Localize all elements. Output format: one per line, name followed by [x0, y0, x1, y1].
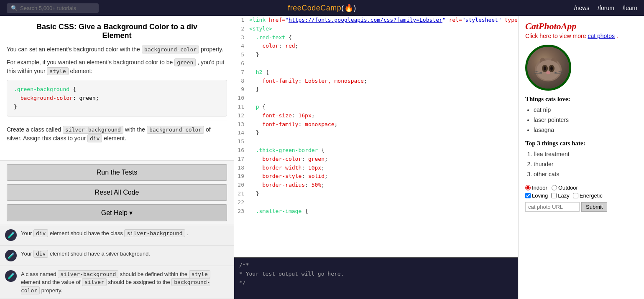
code-line: 8 font-family: Lobster, monospace; [234, 77, 518, 86]
loving-checkbox-label[interactable]: Loving [525, 193, 548, 199]
left-panel: Basic CSS: Give a Background Color to a … [0, 16, 234, 299]
editor-output: /** * Your test output will go here. */ [234, 257, 518, 299]
buttons-area: Run the Tests Reset All Code Get Help ▾ [0, 160, 234, 225]
energetic-checkbox[interactable] [573, 193, 578, 198]
code-line: 13 font-family: monospace; [234, 120, 518, 129]
search-box[interactable]: 🔍 [7, 3, 99, 13]
lesson-title: Basic CSS: Give a Background Color to a … [7, 23, 227, 40]
cat-photos-link[interactable]: cat photos [588, 33, 615, 39]
code-background-color-2: background-color [147, 126, 204, 134]
test-text-1: Your div element should have the class s… [21, 229, 188, 238]
nav-links: /news /forum /learn [574, 5, 637, 11]
test-item: 🧪 A class named silver-background should… [0, 266, 234, 299]
outdoor-radio[interactable] [552, 185, 557, 190]
test-icon-3: 🧪 [5, 270, 17, 282]
checkbox-group: Loving Lazy Energetic [525, 193, 637, 199]
code-line: 9 } [234, 85, 518, 94]
example-code-block: .green-background { background-color: gr… [7, 80, 227, 117]
divider [7, 121, 227, 121]
svg-point-7 [550, 66, 553, 71]
code-line: 2 <style> [234, 25, 518, 33]
code-line: 18 border-width: 10px; [234, 164, 518, 172]
reset-code-button[interactable]: Reset All Code [7, 184, 227, 201]
nav-news[interactable]: /news [574, 5, 590, 11]
list-item: cat nip [534, 105, 637, 115]
code-line: 7 h2 { [234, 68, 518, 77]
code-editor[interactable]: 1 <link href="https://fonts.googleapis.c… [234, 16, 519, 299]
svg-point-6 [544, 66, 546, 71]
code-silver-background: silver-background [63, 126, 123, 134]
intro-para-1: You can set an element's background colo… [7, 45, 227, 54]
code-line: 15 [234, 137, 518, 146]
code-green: green [174, 58, 196, 66]
list-item: laser pointers [534, 115, 637, 125]
code-line: 5 } [234, 51, 518, 59]
code-line: 19 border-style: solid; [234, 172, 518, 181]
indoor-radio-label[interactable]: Indoor [525, 185, 547, 191]
photo-form: Submit [525, 202, 637, 212]
indoor-radio[interactable] [525, 185, 531, 190]
code-lines: 1 <link href="https://fonts.googleapis.c… [234, 16, 518, 215]
svg-point-3 [537, 60, 560, 80]
code-line: 14 } [234, 129, 518, 137]
code-div: div [87, 134, 102, 142]
test-text-2: Your div element should have a silver ba… [21, 250, 150, 258]
code-line: 10 [234, 94, 518, 103]
submit-button[interactable]: Submit [581, 202, 607, 212]
search-icon: 🔍 [11, 5, 18, 11]
search-input[interactable] [20, 5, 91, 11]
get-help-button[interactable]: Get Help ▾ [7, 204, 227, 221]
list-item: thunder [534, 160, 637, 170]
nav-forum[interactable]: /forum [598, 5, 614, 11]
list-item: other cats [534, 170, 637, 180]
cats-love-list: cat nip laser pointers lasagna [534, 105, 637, 135]
code-line: 6 [234, 59, 518, 68]
main-layout: Basic CSS: Give a Background Color to a … [0, 16, 644, 299]
cats-love-header: Things cats love: [525, 96, 637, 103]
code-line: 4 color: red; [234, 42, 518, 51]
cat-image [525, 45, 571, 91]
cat-image-placeholder [527, 47, 569, 89]
energetic-checkbox-label[interactable]: Energetic [573, 193, 603, 199]
svg-point-8 [546, 71, 550, 74]
code-line: 21 } [234, 190, 518, 198]
list-item: flea treatment [534, 150, 637, 160]
loving-checkbox[interactable] [525, 193, 531, 198]
run-tests-button[interactable]: Run the Tests [7, 164, 227, 181]
lazy-checkbox-label[interactable]: Lazy [551, 193, 569, 199]
test-results: 🧪 Your div element should have the class… [0, 225, 234, 299]
intro-para-2: For example, if you wanted an element's … [7, 58, 227, 76]
outdoor-radio-label[interactable]: Outdoor [552, 185, 578, 191]
test-icon-1: 🧪 [5, 229, 17, 241]
instruction-area: Basic CSS: Give a Background Color to a … [0, 16, 234, 160]
code-line: 12 font-size: 16px; [234, 111, 518, 120]
cat-photo-url-input[interactable] [525, 202, 580, 212]
code-style: style [47, 67, 68, 75]
test-item: 🧪 Your div element should have the class… [0, 225, 234, 246]
test-icon-2: 🧪 [5, 250, 17, 261]
editor-top[interactable]: 1 <link href="https://fonts.googleapis.c… [234, 16, 518, 257]
radio-group: Indoor Outdoor [525, 185, 637, 191]
code-line: 22 [234, 198, 518, 207]
cats-hate-header: Top 3 things cats hate: [525, 140, 637, 147]
code-line: 11 p { [234, 103, 518, 111]
cat-app-title: CatPhotoApp [525, 21, 637, 32]
task-para: Create a class called silver-background … [7, 125, 227, 143]
code-line: 23 .smaller-image { [234, 207, 518, 216]
cats-hate-list: flea treatment thunder other cats [534, 150, 637, 179]
top-navigation: 🔍 freeCodeCamp(🔥) /news /forum /learn [0, 0, 644, 16]
lazy-checkbox[interactable] [551, 193, 557, 198]
code-line: 17 border-color: green; [234, 155, 518, 164]
test-item: 🧪 Your div element should have a silver … [0, 246, 234, 266]
code-line: 1 <link href="https://fonts.googleapis.c… [234, 16, 518, 25]
nav-learn[interactable]: /learn [623, 5, 637, 11]
code-line: 16 .thick-green-border { [234, 146, 518, 155]
list-item: lasagna [534, 125, 637, 135]
form-area: Indoor Outdoor Loving Lazy Ene [525, 185, 637, 212]
code-background-color: background-color [142, 46, 199, 53]
code-line: 20 border-radius: 50%; [234, 181, 518, 190]
site-title: freeCodeCamp(🔥) [288, 3, 356, 13]
code-line: 3 .red-text { [234, 33, 518, 42]
test-text-3: A class named silver-background should b… [21, 270, 229, 295]
preview-click-text: Click here to view more cat photos . [525, 32, 637, 41]
